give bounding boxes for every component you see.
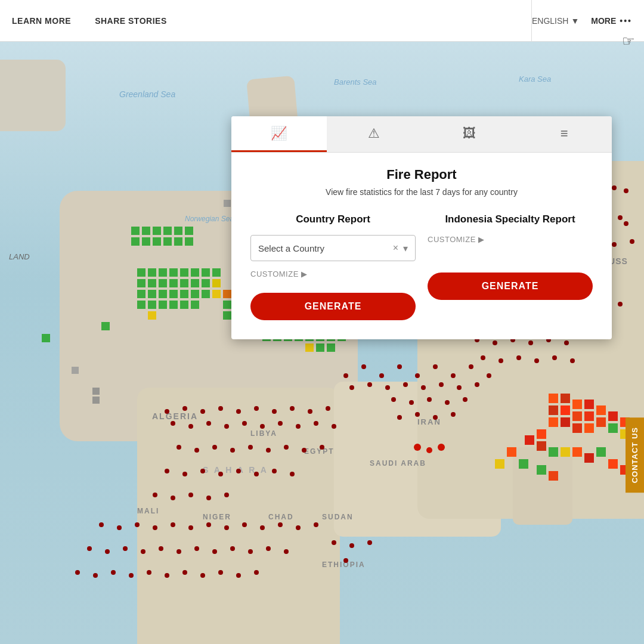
alerts-icon: ⚠ bbox=[368, 126, 380, 141]
select-icons: × ▾ bbox=[393, 243, 408, 254]
indonesia-customize-label: CUSTOMIZE bbox=[428, 235, 476, 244]
layers-icon: ≡ bbox=[561, 126, 568, 141]
reports-row: Country Report Select a Country × ▾ CUST… bbox=[250, 213, 593, 320]
country-customize-arrow: ▶ bbox=[301, 270, 308, 278]
learn-more-link[interactable]: LEARN MORE bbox=[12, 16, 71, 26]
greenland-land bbox=[0, 60, 66, 131]
more-label: MORE bbox=[591, 16, 616, 26]
analytics-icon: 📈 bbox=[271, 126, 287, 141]
indonesia-report-title: Indonesia Specialty Report bbox=[445, 213, 575, 225]
india bbox=[513, 447, 572, 525]
fire-report-panel: 📈 ⚠ 🖼 ≡ Fire Report View fire statistics… bbox=[231, 116, 612, 339]
language-dropdown-icon: ▼ bbox=[571, 16, 579, 26]
country-customize-link[interactable]: CUSTOMIZE ▶ bbox=[250, 270, 307, 278]
indonesia-customize-arrow: ▶ bbox=[478, 235, 485, 244]
indonesia-customize-link[interactable]: CUSTOMIZE ▶ bbox=[428, 235, 484, 244]
country-report-col: Country Report Select a Country × ▾ CUST… bbox=[250, 213, 416, 320]
tab-gallery[interactable]: 🖼 bbox=[422, 116, 517, 152]
tab-analytics[interactable]: 📈 bbox=[231, 116, 327, 152]
country-report-title: Country Report bbox=[296, 213, 370, 225]
language-label: ENGLISH bbox=[532, 16, 568, 26]
indonesia-report-col: Indonesia Specialty Report CUSTOMIZE ▶ G… bbox=[428, 213, 593, 320]
africa-continent bbox=[137, 388, 340, 644]
country-customize-label: CUSTOMIZE bbox=[250, 270, 299, 278]
panel-subtitle: View fire statistics for the last 7 days… bbox=[250, 187, 593, 197]
panel-content: Fire Report View fire statistics for the… bbox=[231, 153, 612, 339]
country-generate-button[interactable]: GENERATE bbox=[250, 293, 416, 320]
language-selector[interactable]: ENGLISH ▼ bbox=[532, 16, 579, 26]
gallery-icon: 🖼 bbox=[463, 126, 476, 141]
nav-left: LEARN MORE SHARE STORIES bbox=[0, 16, 531, 26]
more-button[interactable]: MORE ••• bbox=[591, 16, 632, 26]
panel-tabs: 📈 ⚠ 🖼 ≡ bbox=[231, 116, 612, 153]
share-stories-link[interactable]: SHARE STORIES bbox=[95, 16, 167, 26]
navbar: LEARN MORE SHARE STORIES ENGLISH ▼ MORE … bbox=[0, 0, 644, 42]
clear-icon: × bbox=[393, 243, 398, 253]
nav-right: ENGLISH ▼ MORE ••• bbox=[532, 16, 644, 26]
chevron-down-icon: ▾ bbox=[403, 243, 408, 254]
panel-title: Fire Report bbox=[250, 167, 593, 182]
country-select-placeholder: Select a Country bbox=[258, 243, 324, 253]
country-select-dropdown[interactable]: Select a Country × ▾ bbox=[250, 235, 416, 261]
indonesia-generate-button[interactable]: GENERATE bbox=[428, 273, 593, 300]
tab-layers[interactable]: ≡ bbox=[517, 116, 612, 152]
cursor-pointer: ☞ bbox=[622, 33, 635, 49]
tab-alerts[interactable]: ⚠ bbox=[327, 116, 422, 152]
contact-us-tab[interactable]: CONTACT US bbox=[626, 417, 644, 493]
more-icon: ••• bbox=[620, 16, 632, 26]
